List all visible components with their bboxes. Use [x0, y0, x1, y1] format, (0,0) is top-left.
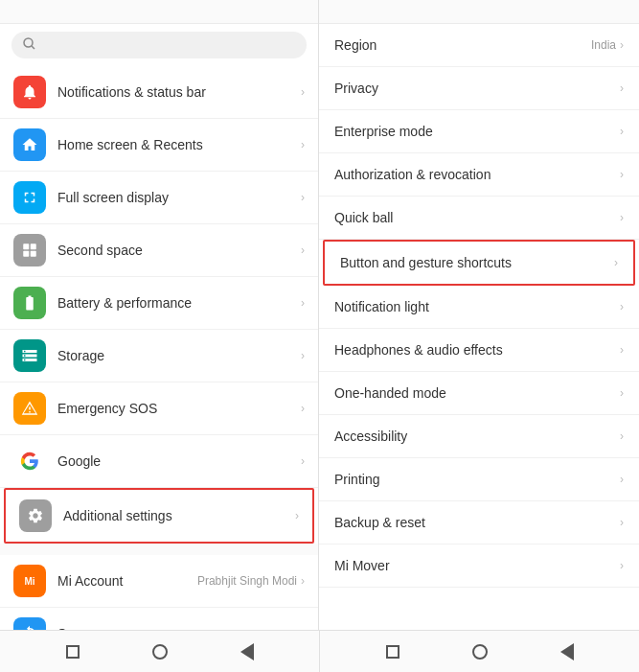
- buttongesture-label: Button and gesture shortcuts: [340, 255, 614, 270]
- right-panel-header: [319, 0, 639, 24]
- miaccount-chevron: ›: [301, 574, 305, 588]
- notificationlight-chevron: ›: [620, 300, 624, 313]
- left-nav-circle[interactable]: [149, 641, 171, 662]
- accessibility-label: Accessibility: [334, 429, 620, 444]
- right-item-mimover[interactable]: Mi Mover›: [319, 545, 639, 588]
- svg-point-0: [24, 38, 33, 47]
- right-item-region[interactable]: RegionIndia›: [319, 24, 639, 67]
- left-item-emergency[interactable]: Emergency SOS›: [0, 382, 318, 435]
- miaccount-label: Mi Account: [57, 573, 197, 589]
- miaccount-icon: Mi: [13, 565, 46, 597]
- right-item-authorization[interactable]: Authorization & revocation›: [319, 153, 639, 197]
- svg-rect-5: [31, 251, 36, 257]
- left-item-homescreen[interactable]: Home screen & Recents›: [0, 119, 318, 172]
- left-item-notifications[interactable]: Notifications & status bar›: [0, 66, 318, 119]
- region-value: India: [591, 38, 616, 52]
- right-nav-square[interactable]: [382, 641, 403, 662]
- authorization-label: Authorization & revocation: [334, 167, 620, 182]
- right-item-backupreset[interactable]: Backup & reset›: [319, 501, 639, 545]
- storage-label: Storage: [57, 348, 301, 363]
- backupreset-label: Backup & reset: [334, 515, 620, 530]
- sync-chevron: ›: [301, 627, 305, 630]
- quickball-label: Quick ball: [334, 210, 620, 225]
- battery-label: Battery & performance: [57, 295, 301, 311]
- right-nav-back[interactable]: [557, 641, 578, 662]
- homescreen-label: Home screen & Recents: [57, 137, 301, 152]
- right-item-onehanded[interactable]: One-handed mode›: [319, 372, 639, 415]
- right-nav-circle[interactable]: [469, 641, 491, 662]
- printing-chevron: ›: [620, 473, 624, 486]
- additionalsettings-label: Additional settings: [63, 508, 295, 523]
- notifications-icon: [13, 76, 46, 108]
- additionalsettings-chevron: ›: [295, 509, 299, 522]
- right-item-buttongesture[interactable]: Button and gesture shortcuts›: [323, 240, 635, 286]
- mimover-label: Mi Mover: [334, 558, 620, 573]
- right-item-headphones[interactable]: Headphones & audio effects›: [319, 329, 639, 372]
- fullscreen-icon: [13, 181, 46, 214]
- secondspace-label: Second space: [57, 243, 301, 258]
- battery-icon: [13, 287, 46, 319]
- onehanded-label: One-handed mode: [334, 385, 620, 401]
- svg-rect-3: [31, 243, 36, 249]
- right-item-enterprise[interactable]: Enterprise mode›: [319, 110, 639, 153]
- fullscreen-label: Full screen display: [57, 190, 301, 205]
- left-item-battery[interactable]: Battery & performance›: [0, 277, 318, 330]
- google-icon: [13, 445, 46, 477]
- enterprise-chevron: ›: [620, 125, 624, 138]
- region-chevron: ›: [620, 38, 624, 52]
- left-item-sync[interactable]: Sync›: [0, 608, 318, 630]
- left-item-secondspace[interactable]: Second space›: [0, 224, 318, 277]
- sync-icon: [13, 617, 46, 630]
- left-item-additionalsettings[interactable]: Additional settings›: [4, 488, 314, 544]
- right-item-quickball[interactable]: Quick ball›: [319, 197, 639, 240]
- emergency-chevron: ›: [301, 402, 305, 415]
- privacy-label: Privacy: [334, 81, 620, 96]
- sync-label: Sync: [57, 626, 301, 630]
- notifications-chevron: ›: [301, 85, 305, 99]
- notificationlight-label: Notification light: [334, 299, 620, 314]
- right-settings-list: RegionIndia›Privacy›Enterprise mode›Auth…: [319, 24, 639, 630]
- additionalsettings-icon: [19, 499, 52, 532]
- region-label: Region: [334, 37, 591, 53]
- right-panel: RegionIndia›Privacy›Enterprise mode›Auth…: [319, 0, 639, 630]
- headphones-chevron: ›: [620, 343, 624, 357]
- right-item-privacy[interactable]: Privacy›: [319, 67, 639, 110]
- left-item-google[interactable]: Google›: [0, 435, 318, 488]
- secondspace-icon: [13, 234, 46, 266]
- secondspace-chevron: ›: [301, 243, 305, 257]
- privacy-chevron: ›: [620, 81, 624, 95]
- mimover-chevron: ›: [620, 559, 624, 572]
- svg-rect-2: [23, 243, 29, 249]
- right-item-accessibility[interactable]: Accessibility›: [319, 415, 639, 458]
- right-item-notificationlight[interactable]: Notification light›: [319, 286, 639, 329]
- left-item-storage[interactable]: Storage›: [0, 330, 318, 382]
- quickball-chevron: ›: [620, 211, 624, 224]
- left-item-miaccount[interactable]: MiMi AccountPrabhjit Singh Modi›: [0, 555, 318, 608]
- emergency-label: Emergency SOS: [57, 401, 301, 416]
- search-bar[interactable]: [11, 32, 307, 58]
- right-item-printing[interactable]: Printing›: [319, 458, 639, 501]
- left-nav-section: [0, 631, 319, 672]
- left-item-fullscreen[interactable]: Full screen display›: [0, 172, 318, 224]
- miaccount-value: Prabhjit Singh Modi: [197, 574, 297, 588]
- accessibility-chevron: ›: [620, 429, 624, 443]
- authorization-chevron: ›: [620, 168, 624, 181]
- svg-line-1: [32, 46, 34, 49]
- right-nav-section: [319, 631, 639, 672]
- left-nav-back[interactable]: [237, 641, 258, 662]
- homescreen-icon: [13, 128, 46, 161]
- onehanded-chevron: ›: [620, 386, 624, 400]
- storage-icon: [13, 339, 46, 372]
- search-icon: [23, 37, 35, 53]
- google-label: Google: [57, 453, 301, 469]
- storage-chevron: ›: [301, 349, 305, 362]
- battery-chevron: ›: [301, 296, 305, 310]
- bottom-navigation: [0, 630, 639, 672]
- left-nav-square[interactable]: [62, 641, 83, 662]
- svg-rect-4: [23, 251, 29, 257]
- enterprise-label: Enterprise mode: [334, 124, 620, 139]
- accounts-section-label: [0, 544, 318, 555]
- headphones-label: Headphones & audio effects: [334, 342, 620, 358]
- google-chevron: ›: [301, 454, 305, 468]
- printing-label: Printing: [334, 472, 620, 487]
